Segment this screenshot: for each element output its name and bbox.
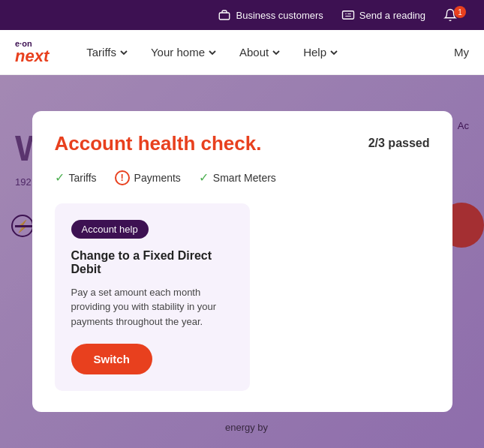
modal-overlay: Account health check. 2/3 passed ✓ Tarif… xyxy=(0,75,484,448)
background-content: Wo 192 G Ac ⚡ t paym payment isafter iss… xyxy=(0,75,484,448)
card-title: Change to a Fixed Direct Debit xyxy=(71,249,233,276)
business-customers-link[interactable]: Business customers xyxy=(218,8,323,22)
meter-icon xyxy=(341,8,355,22)
modal-header: Account health check. 2/3 passed xyxy=(55,132,430,155)
card-badge: Account help xyxy=(71,220,149,239)
nav-your-home[interactable]: Your home xyxy=(151,46,217,59)
modal-passed: 2/3 passed xyxy=(368,137,430,150)
logo[interactable]: e·on next xyxy=(15,40,49,65)
notification-bell[interactable]: 1 xyxy=(443,8,469,22)
nav-help[interactable]: Help xyxy=(303,46,338,59)
health-check-modal: Account health check. 2/3 passed ✓ Tarif… xyxy=(32,111,452,413)
nav-my-label: My xyxy=(454,46,469,59)
smart-meters-pass-icon: ✓ xyxy=(199,170,209,185)
briefcase-icon xyxy=(218,8,231,22)
about-chevron-down-icon xyxy=(272,48,281,57)
modal-checks: ✓ Tariffs ! Payments ✓ Smart Meters xyxy=(55,170,430,185)
payments-warn-icon: ! xyxy=(115,170,130,185)
check-smart-meters: ✓ Smart Meters xyxy=(199,170,276,185)
send-reading-label: Send a reading xyxy=(359,10,425,21)
check-payments: ! Payments xyxy=(115,170,181,185)
business-customers-label: Business customers xyxy=(236,10,323,21)
nav-bar: e·on next Tariffs Your home About Help M… xyxy=(0,30,484,75)
logo-next-text: next xyxy=(15,48,49,65)
modal-title: Account health check. xyxy=(55,132,262,155)
tariffs-chevron-down-icon xyxy=(119,48,128,57)
send-reading-link[interactable]: Send a reading xyxy=(341,8,425,22)
nav-help-label: Help xyxy=(303,46,326,59)
nav-about-label: About xyxy=(239,46,269,59)
tariffs-pass-icon: ✓ xyxy=(55,170,65,185)
nav-about[interactable]: About xyxy=(239,46,281,59)
switch-button[interactable]: Switch xyxy=(71,344,152,374)
card-description: Pay a set amount each month providing yo… xyxy=(71,285,233,329)
svg-rect-1 xyxy=(342,11,353,20)
notification-count: 1 xyxy=(454,6,466,18)
your-home-chevron-down-icon xyxy=(208,48,217,57)
nav-your-home-label: Your home xyxy=(151,46,205,59)
svg-rect-0 xyxy=(220,13,230,20)
nav-tariffs-label: Tariffs xyxy=(86,46,116,59)
smart-meters-check-label: Smart Meters xyxy=(213,172,276,184)
top-bar: Business customers Send a reading 1 xyxy=(0,0,484,30)
help-chevron-down-icon xyxy=(329,48,338,57)
nav-my[interactable]: My xyxy=(454,46,469,59)
nav-tariffs[interactable]: Tariffs xyxy=(86,46,128,59)
tariffs-check-label: Tariffs xyxy=(69,172,97,184)
check-tariffs: ✓ Tariffs xyxy=(55,170,97,185)
account-help-card: Account help Change to a Fixed Direct De… xyxy=(55,203,250,392)
payments-check-label: Payments xyxy=(134,172,181,184)
